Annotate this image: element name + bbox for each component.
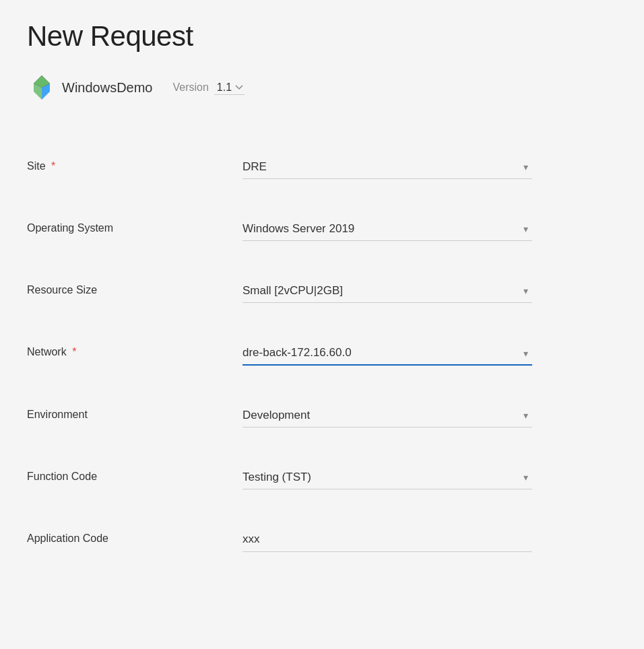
form-row-operating-system: Operating System Windows Server 2019 Win… [27, 198, 617, 260]
application-code-input[interactable] [243, 527, 532, 552]
version-select[interactable]: 1.1 1.0 1.2 [214, 80, 245, 95]
form-row-environment: Environment Development Production Stagi… [27, 384, 617, 446]
site-label: Site * [27, 155, 243, 172]
site-field: DRE PRD DEV ▾ [243, 155, 532, 179]
function-code-select[interactable]: Testing (TST) Development (DEV) Producti… [243, 465, 532, 489]
windows-demo-logo-icon [27, 73, 57, 102]
request-form: Site * DRE PRD DEV ▾ Operating System Wi… [27, 136, 617, 571]
resource-size-label: Resource Size [27, 279, 243, 296]
environment-label: Environment [27, 403, 243, 421]
function-code-select-wrapper: Testing (TST) Development (DEV) Producti… [243, 465, 532, 489]
version-label: Version [172, 81, 208, 94]
resource-size-select[interactable]: Small [2vCPU|2GB] Medium [4vCPU|8GB] Lar… [243, 279, 532, 303]
version-container: Version 1.1 1.0 1.2 [172, 80, 244, 95]
site-select[interactable]: DRE PRD DEV [243, 155, 532, 179]
environment-field: Development Production Staging ▾ [243, 403, 532, 428]
operating-system-select[interactable]: Windows Server 2019 Windows Server 2016 … [243, 217, 532, 241]
form-row-function-code: Function Code Testing (TST) Development … [27, 446, 617, 508]
function-code-label: Function Code [27, 465, 243, 483]
operating-system-field: Windows Server 2019 Windows Server 2016 … [243, 217, 532, 241]
application-code-field [243, 527, 532, 552]
function-code-field: Testing (TST) Development (DEV) Producti… [243, 465, 532, 489]
environment-select[interactable]: Development Production Staging [243, 403, 532, 428]
resource-size-select-wrapper: Small [2vCPU|2GB] Medium [4vCPU|8GB] Lar… [243, 279, 532, 303]
operating-system-label: Operating System [27, 217, 243, 234]
network-field: dre-back-172.16.60.0 dre-front-172.16.50… [243, 341, 532, 366]
logo-text: WindowsDemo [62, 80, 152, 96]
application-code-label: Application Code [27, 527, 243, 545]
form-row-site: Site * DRE PRD DEV ▾ [27, 136, 617, 198]
site-required-indicator: * [51, 160, 55, 172]
operating-system-select-wrapper: Windows Server 2019 Windows Server 2016 … [243, 217, 532, 241]
network-label: Network * [27, 341, 243, 358]
environment-select-wrapper: Development Production Staging ▾ [243, 403, 532, 428]
network-required-indicator: * [72, 346, 76, 357]
logo-container: WindowsDemo [27, 73, 152, 102]
network-select-wrapper: dre-back-172.16.60.0 dre-front-172.16.50… [243, 341, 532, 366]
form-row-network: Network * dre-back-172.16.60.0 dre-front… [27, 322, 617, 384]
network-select[interactable]: dre-back-172.16.60.0 dre-front-172.16.50… [243, 341, 532, 366]
resource-size-field: Small [2vCPU|2GB] Medium [4vCPU|8GB] Lar… [243, 279, 532, 303]
form-row-resource-size: Resource Size Small [2vCPU|2GB] Medium [… [27, 260, 617, 322]
site-select-wrapper: DRE PRD DEV ▾ [243, 155, 532, 179]
service-header: WindowsDemo Version 1.1 1.0 1.2 [27, 73, 617, 102]
form-row-application-code: Application Code [27, 508, 617, 571]
page-title: New Request [27, 20, 617, 53]
